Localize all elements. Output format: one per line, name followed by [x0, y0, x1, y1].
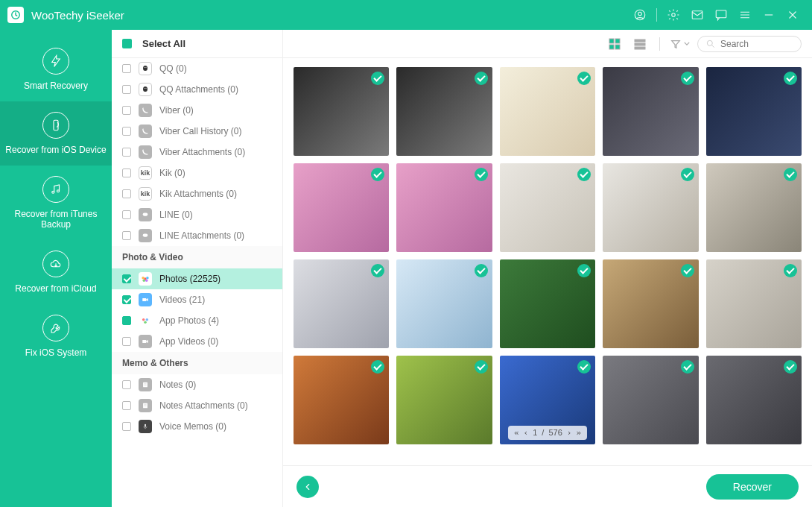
category-checkbox[interactable]: [122, 231, 131, 240]
thumbnail-check-icon[interactable]: [784, 72, 797, 85]
category-item[interactable]: App Photos (4): [112, 310, 282, 331]
thumbnail[interactable]: [294, 67, 389, 156]
account-icon[interactable]: [628, 3, 652, 27]
thumbnail-check-icon[interactable]: [577, 72, 591, 85]
thumbnail[interactable]: [500, 163, 595, 252]
category-item[interactable]: LINE (0): [112, 204, 282, 225]
sidebar-item-fix-ios[interactable]: Fix iOS System: [0, 304, 112, 368]
select-all-row[interactable]: Select All: [112, 30, 282, 58]
thumbnail[interactable]: [396, 356, 492, 444]
category-checkbox[interactable]: [122, 295, 131, 304]
thumbnail-scroll[interactable]: «‹1/576›»: [283, 58, 812, 465]
category-checkbox[interactable]: [122, 274, 131, 283]
thumbnail-check-icon[interactable]: [475, 264, 488, 277]
thumbnail-check-icon[interactable]: [577, 360, 591, 374]
page-first-button[interactable]: «: [514, 428, 519, 438]
thumbnail-check-icon[interactable]: [681, 264, 694, 277]
recover-button[interactable]: Recover: [706, 474, 799, 500]
category-checkbox[interactable]: [122, 148, 131, 157]
thumbnail[interactable]: [603, 163, 698, 252]
thumbnail[interactable]: [294, 163, 389, 252]
page-prev-button[interactable]: ‹: [524, 428, 529, 438]
select-all-checkbox[interactable]: [122, 39, 132, 48]
thumbnail[interactable]: [294, 356, 389, 444]
sidebar-item-itunes-backup[interactable]: Recover from iTunes Backup: [0, 166, 112, 240]
thumbnail[interactable]: [396, 259, 492, 348]
thumbnail-check-icon[interactable]: [784, 168, 797, 181]
feedback-icon[interactable]: [709, 3, 733, 27]
category-list[interactable]: QQ (0)QQ Attachments (0)Viber (0)Viber C…: [112, 58, 282, 507]
thumbnail[interactable]: [603, 259, 698, 348]
category-checkbox[interactable]: [122, 127, 131, 136]
category-checkbox[interactable]: [122, 169, 131, 177]
search-icon: [705, 39, 716, 49]
filter-button[interactable]: [670, 39, 690, 49]
thumbnail-check-icon[interactable]: [577, 168, 591, 181]
thumbnail[interactable]: [294, 259, 389, 348]
thumbnail[interactable]: [706, 259, 802, 348]
category-item[interactable]: Viber (0): [112, 100, 282, 121]
thumbnail[interactable]: [396, 163, 492, 252]
thumbnail-check-icon[interactable]: [475, 72, 488, 85]
thumbnail-check-icon[interactable]: [371, 264, 384, 277]
page-last-button[interactable]: »: [576, 428, 581, 438]
category-item[interactable]: kikKik Attachments (0): [112, 183, 282, 204]
category-checkbox[interactable]: [122, 401, 131, 410]
thumbnail[interactable]: [500, 67, 595, 156]
thumbnail-check-icon[interactable]: [475, 360, 488, 374]
category-item[interactable]: Photos (22525): [112, 268, 282, 289]
thumbnail[interactable]: [706, 163, 802, 252]
category-checkbox[interactable]: [122, 189, 131, 198]
thumbnail-check-icon[interactable]: [681, 168, 694, 181]
category-item[interactable]: Videos (21): [112, 289, 282, 310]
mail-icon[interactable]: [685, 3, 709, 27]
thumbnail-check-icon[interactable]: [371, 72, 384, 85]
settings-icon[interactable]: [662, 3, 685, 27]
category-item[interactable]: QQ (0): [112, 58, 282, 79]
page-next-button[interactable]: ›: [567, 428, 572, 438]
sidebar-item-smart-recovery[interactable]: Smart Recovery: [0, 37, 112, 101]
thumbnail-check-icon[interactable]: [577, 264, 591, 277]
thumbnail[interactable]: [396, 67, 492, 156]
grid-view-button[interactable]: [606, 35, 624, 53]
category-item[interactable]: Viber Call History (0): [112, 121, 282, 142]
category-item[interactable]: kikKik (0): [112, 163, 282, 183]
close-icon[interactable]: [781, 3, 805, 27]
category-checkbox[interactable]: [122, 85, 131, 94]
back-button[interactable]: [296, 476, 319, 498]
category-checkbox[interactable]: [122, 380, 131, 389]
thumbnail-check-icon[interactable]: [371, 168, 384, 181]
category-checkbox[interactable]: [122, 337, 131, 346]
category-item[interactable]: Notes Attachments (0): [112, 395, 282, 416]
menu-icon[interactable]: [733, 3, 757, 27]
category-item[interactable]: LINE Attachments (0): [112, 225, 282, 246]
thumbnail-check-icon[interactable]: [371, 360, 384, 374]
thumbnail[interactable]: [603, 356, 698, 444]
thumbnail-check-icon[interactable]: [681, 72, 694, 85]
minimize-icon[interactable]: [757, 3, 781, 27]
category-checkbox[interactable]: [122, 422, 131, 431]
category-item[interactable]: App Videos (0): [112, 331, 282, 352]
category-item[interactable]: QQ Attachments (0): [112, 79, 282, 100]
category-item[interactable]: Voice Memos (0): [112, 416, 282, 437]
thumbnail-check-icon[interactable]: [681, 360, 694, 374]
category-checkbox[interactable]: [122, 64, 131, 73]
thumbnail-check-icon[interactable]: [784, 360, 797, 374]
thumbnail-check-icon[interactable]: [475, 168, 488, 181]
thumbnail[interactable]: [500, 259, 595, 348]
search-input[interactable]: [720, 39, 793, 49]
sidebar-item-ios-device[interactable]: Recover from iOS Device: [0, 101, 112, 166]
thumbnail[interactable]: «‹1/576›»: [500, 356, 595, 444]
sidebar-item-icloud[interactable]: Recover from iCloud: [0, 240, 112, 304]
category-checkbox[interactable]: [122, 106, 131, 115]
category-checkbox[interactable]: [122, 316, 131, 325]
category-checkbox[interactable]: [122, 210, 131, 219]
search-box[interactable]: [697, 36, 802, 52]
thumbnail[interactable]: [706, 67, 802, 156]
list-view-button[interactable]: [631, 35, 649, 53]
category-item[interactable]: Notes (0): [112, 374, 282, 395]
thumbnail[interactable]: [706, 356, 802, 444]
thumbnail[interactable]: [603, 67, 698, 156]
category-item[interactable]: Viber Attachments (0): [112, 142, 282, 163]
thumbnail-check-icon[interactable]: [784, 264, 797, 277]
